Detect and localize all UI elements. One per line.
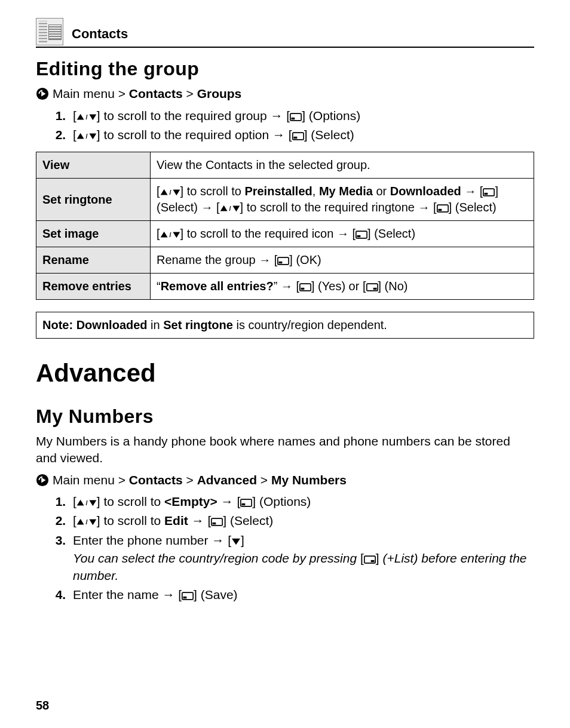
go-icon bbox=[36, 87, 49, 100]
advanced-step-1: [/] to scroll to <Empty> → [] (Options) bbox=[69, 493, 534, 510]
section-icon bbox=[36, 18, 63, 45]
updown-icon: / bbox=[76, 514, 97, 527]
my-numbers-title: My Numbers bbox=[36, 404, 534, 429]
row-desc: [/] to scroll to the required icon → [] … bbox=[151, 221, 534, 247]
table-row: Set ringtone [/] to scroll to Preinstall… bbox=[36, 179, 534, 221]
softkey-icon bbox=[182, 588, 194, 601]
svg-marker-42 bbox=[89, 520, 96, 526]
svg-rect-30 bbox=[301, 288, 304, 290]
svg-text:/: / bbox=[85, 518, 87, 526]
updown-icon: / bbox=[76, 109, 97, 122]
nav-text: Main menu > Contacts > Groups bbox=[53, 85, 241, 102]
editing-title: Editing the group bbox=[36, 56, 534, 82]
nav-text: Main menu > Contacts > Advanced > My Num… bbox=[53, 472, 347, 489]
softkey-icon bbox=[356, 227, 367, 240]
table-row: Set image [/] to scroll to the required … bbox=[36, 221, 534, 247]
section-name: Contacts bbox=[72, 25, 128, 43]
softkey-right-icon bbox=[364, 551, 376, 565]
svg-text:/: / bbox=[229, 205, 231, 212]
updown-icon: / bbox=[160, 227, 180, 240]
svg-text:/: / bbox=[85, 133, 87, 140]
svg-rect-32 bbox=[373, 288, 376, 290]
svg-marker-17 bbox=[220, 205, 227, 211]
softkey-icon bbox=[290, 109, 302, 122]
svg-text:/: / bbox=[169, 189, 171, 196]
svg-rect-39 bbox=[242, 503, 246, 505]
svg-rect-11 bbox=[293, 137, 297, 139]
svg-rect-6 bbox=[292, 117, 295, 119]
editing-step-1: [/] to scroll to the required group → []… bbox=[69, 107, 534, 124]
svg-marker-12 bbox=[160, 189, 167, 195]
softkey-icon bbox=[299, 279, 311, 293]
svg-text:/: / bbox=[169, 231, 171, 238]
row-label: Set ringtone bbox=[36, 179, 151, 221]
svg-marker-24 bbox=[173, 232, 180, 238]
svg-rect-26 bbox=[357, 235, 361, 237]
editing-step-2: [/] to scroll to the required option → [… bbox=[69, 127, 534, 143]
row-desc: “Remove all entries?” → [] (Yes) or [] (… bbox=[151, 274, 534, 300]
svg-marker-14 bbox=[173, 190, 180, 196]
my-numbers-desc: My Numbers is a handy phone book where n… bbox=[36, 433, 534, 467]
svg-rect-21 bbox=[438, 209, 442, 211]
svg-rect-28 bbox=[279, 262, 283, 263]
svg-marker-2 bbox=[77, 113, 84, 119]
svg-marker-22 bbox=[160, 232, 167, 238]
updown-icon: / bbox=[76, 494, 97, 508]
svg-rect-16 bbox=[485, 193, 488, 195]
svg-marker-45 bbox=[232, 539, 240, 545]
softkey-icon bbox=[211, 514, 223, 527]
svg-marker-35 bbox=[77, 500, 84, 506]
softkey-icon bbox=[277, 253, 289, 266]
updown-icon: / bbox=[76, 128, 97, 142]
svg-rect-47 bbox=[370, 560, 374, 562]
table-row: View View the Contacts in the selected g… bbox=[36, 152, 534, 179]
page-number: 58 bbox=[36, 698, 49, 714]
row-label: Remove entries bbox=[36, 274, 151, 300]
updown-icon: / bbox=[160, 185, 180, 198]
advanced-step-2: [/] to scroll to Edit → [] (Select) bbox=[69, 512, 534, 529]
svg-marker-19 bbox=[232, 206, 240, 212]
svg-marker-40 bbox=[77, 519, 84, 525]
header-divider bbox=[36, 47, 534, 48]
softkey-icon bbox=[292, 128, 304, 142]
note-box: Note: Downloaded in Set ringtone is coun… bbox=[36, 312, 534, 339]
svg-rect-49 bbox=[183, 597, 187, 598]
advanced-title: Advanced bbox=[36, 357, 534, 391]
down-icon bbox=[231, 533, 241, 547]
row-label: Rename bbox=[36, 247, 151, 274]
svg-marker-9 bbox=[89, 133, 96, 139]
table-row: Remove entries “Remove all entries?” → [… bbox=[36, 274, 534, 300]
svg-marker-7 bbox=[77, 133, 84, 139]
softkey-icon bbox=[240, 494, 252, 508]
svg-rect-44 bbox=[213, 523, 216, 524]
row-desc: Rename the group → [] (OK) bbox=[151, 247, 534, 274]
row-label: Set image bbox=[36, 221, 151, 247]
row-desc: [/] to scroll to Preinstalled, My Media … bbox=[151, 179, 534, 221]
softkey-icon bbox=[437, 201, 449, 214]
row-label: View bbox=[36, 152, 151, 179]
advanced-step-4: Enter the name → [] (Save) bbox=[69, 586, 534, 603]
svg-marker-37 bbox=[89, 500, 96, 506]
svg-text:/: / bbox=[85, 499, 87, 506]
advanced-step-3: Enter the phone number → [] You can sele… bbox=[69, 532, 534, 584]
svg-text:/: / bbox=[85, 113, 87, 120]
row-desc: View the Contacts in the selected group. bbox=[151, 152, 534, 179]
options-table: View View the Contacts in the selected g… bbox=[36, 152, 534, 300]
softkey-right-icon bbox=[366, 279, 378, 293]
softkey-icon bbox=[483, 185, 495, 198]
svg-marker-4 bbox=[89, 114, 96, 120]
go-icon bbox=[36, 474, 49, 487]
updown-icon: / bbox=[220, 201, 240, 214]
table-row: Rename Rename the group → [] (OK) bbox=[36, 247, 534, 274]
